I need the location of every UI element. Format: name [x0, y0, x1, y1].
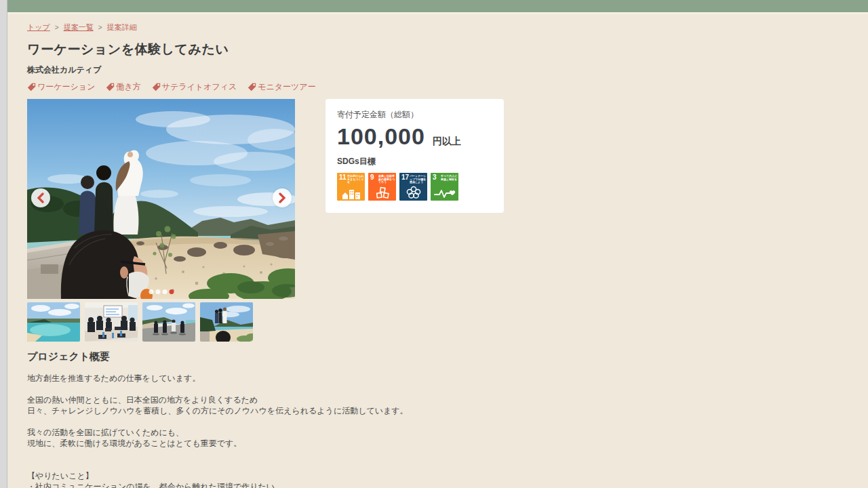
- donation-card: 寄付予定金額（総額） 100,000 円以上 SDGs目標 11 住み続けられる…: [326, 99, 504, 213]
- thumbnail-1-lagoon[interactable]: [27, 302, 80, 342]
- tag-list: ワーケーション 働き方 サテライトオフィス モニターツアー: [27, 81, 848, 93]
- carousel-dot-2[interactable]: [155, 289, 160, 294]
- image-gallery: [27, 99, 295, 342]
- chevron-right-icon: [277, 192, 287, 203]
- breadcrumb: トップ > 提案一覧 > 提案詳細: [27, 22, 848, 33]
- company-name: 株式会社カルティブ: [27, 64, 848, 76]
- cubes-glyph: [368, 186, 396, 199]
- sdgs-icon-row: 11 住み続けられるまちづくりを 9 産業と技術革新の基盤をつくろう: [337, 173, 492, 201]
- overview-text-line: 地方創生を推進するための仕事をしています。: [27, 373, 502, 384]
- breadcrumb-separator: >: [55, 24, 59, 31]
- project-overview-section: プロジェクト概要 地方創生を推進するための仕事をしています。 全国の熱い仲間とと…: [27, 350, 502, 488]
- main-photo-beach-group: [27, 99, 295, 299]
- overview-text-line: 日々、チャレンジしノウハウを蓄積し、多くの方にそのノウハウを伝えられるように活動…: [27, 405, 502, 416]
- carousel-dot-4[interactable]: [169, 289, 174, 294]
- site-header-bar: [7, 0, 868, 14]
- sdg-9-icon: 9 産業と技術革新の基盤をつくろう: [368, 173, 396, 201]
- sdgs-heading: SDGs目標: [337, 156, 492, 167]
- carousel-next-button[interactable]: [273, 188, 292, 207]
- sdg-17-icon: 17 パートナーシップで目標を達成しよう: [399, 173, 427, 201]
- tag-satellite-office[interactable]: サテライトオフィス: [152, 81, 237, 93]
- breadcrumb-current-proposal-detail: 提案詳細: [106, 22, 136, 33]
- window-scrollbar[interactable]: [0, 0, 7, 488]
- overview-text-line: [27, 384, 502, 394]
- overview-text-line: [27, 449, 502, 460]
- breadcrumb-link-top[interactable]: トップ: [27, 22, 50, 33]
- heartbeat-glyph: [431, 188, 458, 199]
- circles-ring-glyph: [399, 186, 427, 199]
- tag-icon: [152, 83, 161, 92]
- overview-text-line: [27, 416, 502, 427]
- donation-amount-value: 100,000: [337, 123, 425, 150]
- donation-amount-unit: 円以上: [433, 136, 461, 148]
- chevron-left-icon: [36, 192, 45, 203]
- donation-amount-label: 寄付予定金額（総額）: [337, 109, 492, 121]
- breadcrumb-link-proposal-list[interactable]: 提案一覧: [64, 22, 94, 33]
- carousel-dot-1[interactable]: [149, 289, 153, 294]
- overview-heading: プロジェクト概要: [27, 350, 502, 363]
- overview-text-line: 全国の熱い仲間とともに、日本全国の地方をより良くするため: [27, 394, 502, 405]
- breadcrumb-separator: >: [98, 24, 102, 31]
- tag-monitor-tour[interactable]: モニターツアー: [248, 81, 315, 93]
- overview-text-line: [27, 460, 502, 470]
- overview-text-line: 我々の活動を全国に拡げていくためにも、: [27, 427, 502, 438]
- thumbnail-4-beach-group[interactable]: [200, 302, 253, 342]
- carousel-dots: [149, 289, 174, 294]
- tag-icon: [106, 83, 115, 92]
- thumbnail-strip: [27, 302, 295, 342]
- overview-text-line: 【やりたいこと】: [27, 470, 502, 481]
- sdg-11-icon: 11 住み続けられるまちづくりを: [337, 173, 365, 201]
- thumbnail-3-walking-road[interactable]: [142, 302, 195, 342]
- tag-icon: [27, 83, 36, 92]
- overview-text-line: ・社内コミュニケーションの場を、都会から離れた環境で作りたい: [27, 481, 502, 488]
- tag-workation[interactable]: ワーケーション: [27, 81, 95, 93]
- sdg-3-icon: 3 すべての人に健康と福祉を: [431, 173, 458, 201]
- buildings-glyph: [337, 187, 365, 199]
- tag-workstyle[interactable]: 働き方: [106, 81, 140, 93]
- carousel-dot-3[interactable]: [162, 289, 167, 294]
- overview-text-line: 現地に、柔軟に働ける環境があることはとても重要です。: [27, 438, 502, 449]
- page-content: トップ > 提案一覧 > 提案詳細 ワーケーションを体験してみたい 株式会社カル…: [27, 22, 848, 488]
- thumbnail-2-meeting-room[interactable]: [85, 302, 138, 342]
- page-title: ワーケーションを体験してみたい: [27, 41, 848, 58]
- tag-icon: [248, 83, 256, 92]
- carousel-prev-button[interactable]: [31, 188, 50, 207]
